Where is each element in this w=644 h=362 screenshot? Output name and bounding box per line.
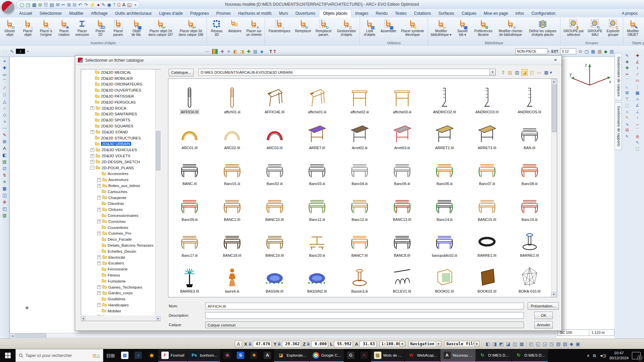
tree-scroll-left-icon[interactable]: ◄: [81, 316, 86, 320]
menu-lignes-d-aide[interactable]: Lignes d'aide: [155, 10, 186, 17]
tree-item-gaines-techniques[interactable]: +Gaines_Techniques: [81, 284, 160, 290]
ok-button[interactable]: OK: [534, 312, 553, 319]
expand-icon[interactable]: +: [97, 255, 101, 259]
right-tool-icon-13[interactable]: ↖: [625, 134, 629, 138]
catalog-item-barre3-iii[interactable]: BARRE3.III: [168, 259, 211, 295]
ribbon-exploser-groupe[interactable]: ▯Explosergroupe: [604, 18, 622, 37]
grid-vscroll-thumb[interactable]: [552, 84, 556, 132]
view-cube-icon[interactable]: ◧: [486, 341, 490, 347]
catalog-item-banc15-iii[interactable]: BANC15.III: [466, 187, 508, 223]
right-tool-icon-11[interactable]: ↘: [625, 122, 629, 126]
search-box[interactable]: Taper ici pour rechercher ▥△: [15, 349, 103, 362]
expand-icon[interactable]: +: [97, 184, 101, 188]
menu-infos[interactable]: Infos: [512, 10, 528, 17]
canvas-scroll-left-icon[interactable]: ◄: [10, 334, 15, 338]
tree-item-fitness[interactable]: Fitness: [81, 272, 160, 278]
ext-value[interactable]: 0.12: [560, 48, 576, 54]
right-tool-icon-6[interactable]: ▦: [636, 91, 639, 95]
catalog-item-banc17-iii[interactable]: Banc17.iii: [168, 223, 211, 259]
menu-affichage[interactable]: Affichage: [87, 10, 111, 17]
menu-mise-en-page[interactable]: Mise en page: [480, 10, 512, 17]
ribbon-exploser-objet[interactable]: ▯ExploserOBJET: [642, 18, 644, 37]
ribbon-placer-param[interactable]: ↓Placerparam.: [109, 18, 127, 37]
ribbon-placer-objet-3d-dans-calque-188[interactable]: ↩Placer objet 3ddans calque 188: [176, 18, 206, 37]
menu-cotations[interactable]: Cotations: [410, 10, 435, 17]
arc-logo-icon[interactable]: A: [122, 2, 125, 7]
toolbar2-right-icon[interactable]: ◳: [585, 49, 589, 54]
tree-item-2d-3d-patissier[interactable]: 2D&3D PATISSIER: [81, 93, 160, 99]
ribbon-d-finir-les-calques-d-objets-plac-s[interactable]: Définir les calquesd'objets placés: [526, 18, 559, 37]
left-tool-icon-9[interactable]: ≈: [3, 119, 6, 124]
catalog-item-arret-iii[interactable]: ARRET.III: [296, 115, 338, 151]
catalog-item-affich01-iii[interactable]: affich01.iii: [211, 79, 254, 115]
undo-icon[interactable]: ↶: [78, 2, 82, 7]
catalog-item-barre2-iii[interactable]: BARRE2.III: [508, 223, 551, 259]
left-tool-icon-0[interactable]: ⌖: [3, 59, 6, 63]
menu-objets-plac-s[interactable]: Objets placés: [319, 9, 352, 17]
tree-vscrollbar[interactable]: [155, 69, 161, 321]
tree-item-2d-3d-medical[interactable]: 2D&3D MEDICAL: [81, 69, 160, 75]
view-cube-icon[interactable]: ▧: [556, 341, 560, 347]
left-tool-icon-13[interactable]: A: [3, 146, 6, 150]
page-icon[interactable]: ▤: [507, 69, 513, 75]
ribbon-gestionnaire-d-objets[interactable]: ▯Gestionnaired'objets: [334, 18, 359, 37]
taskbar-app-foxmail[interactable]: FFoxmail: [158, 349, 187, 362]
quick-access-more-icon[interactable]: ▾: [135, 3, 136, 7]
text-tool-icon[interactable]: T: [269, 49, 272, 54]
view-cube-icon[interactable]: ◰: [529, 341, 533, 347]
right-tool-icon-7[interactable]: ⊤: [625, 97, 629, 101]
catalog-item-affiche-iii[interactable]: AFFICHE.III: [253, 79, 296, 115]
tree-item-cuisines-pro[interactable]: +Cuisines_Pro: [81, 231, 160, 237]
tree-item-escaliers[interactable]: +Escaliers: [81, 260, 160, 266]
dropdown-icon[interactable]: ▼: [474, 341, 479, 347]
tree-item-clotures[interactable]: +Clotures: [81, 206, 160, 213]
ribbon-modifier-objet[interactable]: ✎ModifierOBJET: [624, 18, 642, 37]
catalog-item-banc12-iii[interactable]: Banc12.iii: [338, 187, 381, 223]
lock-icon[interactable]: [307, 342, 310, 346]
tree-item-2d-3d-ouvertures[interactable]: 2D&3D OUVERTURES: [81, 87, 160, 93]
catalog-item-affiche01-iii[interactable]: affiche01.iii: [296, 79, 338, 115]
arc-orange-icon[interactable]: Ω: [117, 2, 120, 7]
catalog-item-banc11-iii[interactable]: Banc11.iii: [296, 187, 338, 223]
catalogue-path-combo[interactable]: D:\MES DOCUMENTS\ARCALIB-EVO\2D&3D URBAI…: [199, 69, 496, 76]
catalog-item-banc8-iii[interactable]: BANC8.III: [381, 223, 423, 259]
eye-icon[interactable]: ◉: [107, 2, 111, 7]
text-tool-icon[interactable]: T: [273, 49, 276, 54]
toolbar2-icon[interactable]: ◧: [233, 49, 237, 54]
ribbon-modifier-biblioth-que[interactable]: ▱Modifierbibliothèque ▾: [429, 18, 453, 37]
expand-icon[interactable]: +: [91, 106, 94, 110]
tree-item-corniches[interactable]: +Corniches: [81, 219, 160, 225]
catalog-item-banc07-iii[interactable]: Banc07.iii: [466, 151, 508, 187]
toolbar2-right-icon[interactable]: ▤: [597, 49, 601, 54]
tree-item-2d-3d-roca[interactable]: +2D&3D ROCA: [81, 105, 160, 111]
left-tool-icon-8[interactable]: ◇: [3, 113, 6, 117]
status-select-bascule-filtre-ca[interactable]: Bascule filtre ca▼: [445, 341, 480, 347]
taskbar-app-paw[interactable]: ❉: [247, 349, 261, 362]
catalog-item-banc13-iii[interactable]: BANC13.III: [381, 187, 423, 223]
display-icon[interactable]: ⧉: [593, 353, 596, 358]
description-field[interactable]: [205, 312, 524, 319]
menu-polygones[interactable]: Polygones: [186, 10, 213, 17]
tree-item-electricit[interactable]: +Electricité: [81, 254, 160, 260]
menu-accueil[interactable]: Accueil: [15, 10, 36, 17]
right-tool-icon-0[interactable]: ✚: [636, 54, 639, 58]
catalog-item-arret03-iii[interactable]: Arret03.iii: [381, 115, 423, 151]
redo-icon[interactable]: ↷: [84, 2, 88, 7]
catalog-item-affiche02-iii[interactable]: affiche02.iii: [338, 79, 381, 115]
right-tool-icon-9[interactable]: ⊥: [636, 110, 639, 114]
right-tool-icon-13[interactable]: ◎: [636, 134, 639, 138]
ribbon-assembler[interactable]: ▦Assembler: [379, 18, 398, 33]
ribbon-placer-rotation[interactable]: ✳Placerrotation: [55, 18, 73, 37]
right-tool-icon-4[interactable]: ⌒: [625, 78, 629, 82]
folder-icon[interactable]: ▭: [536, 69, 542, 75]
menu-s-lectionner[interactable]: Sélectionner: [36, 10, 66, 17]
length-field[interactable]: 1.123 m: [589, 329, 614, 336]
catalog-item-barre1-iii[interactable]: BARRE1.III: [466, 223, 508, 259]
catalog-item-banc7-iii[interactable]: BANC7.III: [338, 223, 381, 259]
right-tool-icon-4[interactable]: ▭: [636, 78, 639, 82]
pen-icon[interactable]: ✎: [102, 2, 106, 7]
tree-item-charpente[interactable]: +Charpente: [81, 195, 160, 201]
taskbar-app-dmes1[interactable]: ↻D:\MES D...: [476, 349, 512, 362]
delta-button[interactable]: Δ: [235, 341, 242, 348]
toolbar2-icon[interactable]: ◆: [260, 49, 263, 54]
